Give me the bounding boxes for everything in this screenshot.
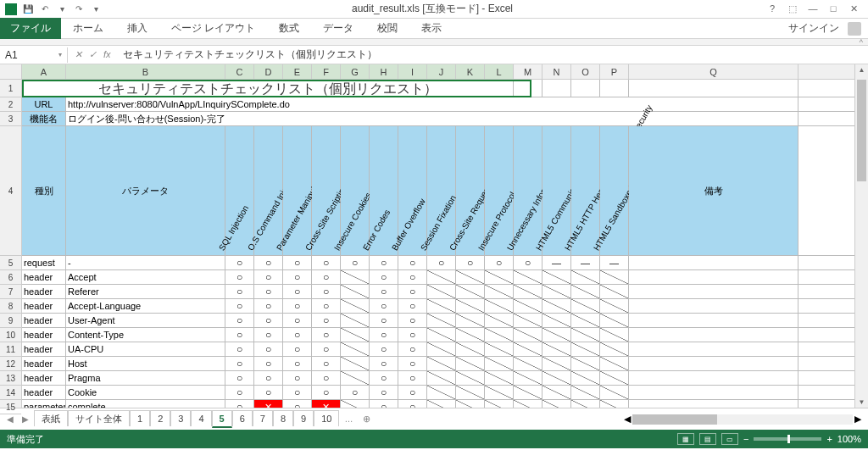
check-cell[interactable]: ○ <box>225 270 254 284</box>
check-cell[interactable]: ○ <box>312 371 341 385</box>
column-header[interactable]: L <box>485 64 514 79</box>
col-type[interactable]: 種別 <box>22 126 66 255</box>
sheet-tab[interactable]: 10 <box>314 410 339 426</box>
check-cell[interactable]: ○ <box>283 314 312 327</box>
param-cell[interactable]: complete <box>66 400 225 408</box>
check-cell[interactable] <box>514 285 542 298</box>
check-cell[interactable]: ○ <box>225 357 254 370</box>
type-cell[interactable]: header <box>22 314 66 327</box>
check-cell[interactable]: ○ <box>398 400 427 408</box>
type-cell[interactable]: header <box>22 328 66 342</box>
row-header[interactable]: 15 <box>0 400 21 414</box>
row-header[interactable]: 7 <box>0 285 21 299</box>
remark-cell[interactable] <box>629 285 798 298</box>
check-cell[interactable]: ○ <box>283 270 312 284</box>
hscroll-right-icon[interactable]: ▶ <box>854 414 861 425</box>
sheet-nav-prev-icon[interactable]: ◀ <box>3 414 17 424</box>
check-cell[interactable] <box>427 285 456 298</box>
sheet-more-icon[interactable]: … <box>341 414 356 424</box>
check-cell[interactable]: ○ <box>312 256 341 269</box>
check-cell[interactable] <box>514 386 542 399</box>
collapse-ribbon-icon[interactable]: ^ <box>860 38 863 47</box>
check-cell[interactable] <box>456 371 485 385</box>
sheet-tab[interactable]: 4 <box>191 410 211 426</box>
name-box-dropdown-icon[interactable]: ▾ <box>58 51 62 58</box>
check-cell[interactable] <box>341 400 370 408</box>
zoom-percent[interactable]: 100% <box>837 434 861 444</box>
check-cell[interactable] <box>456 400 485 408</box>
check-cell[interactable] <box>600 400 629 408</box>
check-cell[interactable] <box>514 342 542 356</box>
check-cell[interactable] <box>341 314 370 327</box>
check-cell[interactable]: ○ <box>254 357 283 370</box>
normal-view-icon[interactable]: ▦ <box>677 433 694 445</box>
sheet-tab[interactable]: 7 <box>253 410 273 426</box>
check-cell[interactable]: ○ <box>283 400 312 408</box>
check-cell[interactable]: ○ <box>254 314 283 327</box>
remark-cell[interactable] <box>629 328 798 342</box>
check-cell[interactable] <box>571 357 600 370</box>
check-cell[interactable]: ○ <box>514 256 542 269</box>
sheet-tab[interactable]: 3 <box>170 410 191 426</box>
check-cell[interactable]: ○ <box>225 371 254 385</box>
check-cell[interactable]: ○ <box>398 357 427 370</box>
check-cell[interactable] <box>456 285 485 298</box>
row-header[interactable]: 5 <box>0 256 21 270</box>
page-break-view-icon[interactable]: ▭ <box>721 433 738 445</box>
check-cell[interactable]: ○ <box>283 285 312 298</box>
check-cell[interactable]: ○ <box>283 371 312 385</box>
check-cell[interactable]: ○ <box>370 386 398 399</box>
cell[interactable] <box>629 80 798 97</box>
name-box[interactable]: A1 ▾ <box>0 47 68 63</box>
check-cell[interactable]: ○ <box>485 256 514 269</box>
remark-cell[interactable] <box>629 299 798 313</box>
type-cell[interactable]: request <box>22 256 66 269</box>
remark-cell[interactable] <box>629 386 798 399</box>
sheet-tab[interactable]: 2 <box>150 410 170 426</box>
check-cell[interactable]: ○ <box>254 328 283 342</box>
check-cell[interactable] <box>456 328 485 342</box>
hscroll-thumb[interactable] <box>632 414 717 425</box>
check-cell[interactable]: ○ <box>341 256 370 269</box>
maximize-icon[interactable]: □ <box>827 3 839 14</box>
type-cell[interactable]: header <box>22 299 66 313</box>
type-cell[interactable]: header <box>22 342 66 356</box>
check-cell[interactable]: ○ <box>225 400 254 408</box>
row-header[interactable]: 9 <box>0 314 21 328</box>
remark-cell[interactable] <box>629 314 798 327</box>
scroll-down-icon[interactable]: ▼ <box>855 398 868 406</box>
zoom-out-icon[interactable]: − <box>743 434 748 444</box>
check-cell[interactable]: ○ <box>341 386 370 399</box>
check-cell[interactable] <box>427 371 456 385</box>
check-cell[interactable] <box>341 342 370 356</box>
check-cell[interactable]: — <box>571 256 600 269</box>
check-cell[interactable] <box>427 299 456 313</box>
hscroll-left-icon[interactable]: ◀ <box>624 414 631 425</box>
check-cell[interactable] <box>427 328 456 342</box>
vertical-scrollbar[interactable]: ▲ ▼ <box>854 64 868 408</box>
check-cell[interactable] <box>600 270 629 284</box>
column-header[interactable]: J <box>427 64 456 79</box>
qat-dropdown-icon[interactable]: ▾ <box>56 3 68 15</box>
column-header[interactable]: D <box>254 64 283 79</box>
check-cell[interactable] <box>485 299 514 313</box>
check-cell[interactable] <box>514 357 542 370</box>
check-cell[interactable]: ○ <box>225 386 254 399</box>
scroll-up-icon[interactable]: ▲ <box>855 66 868 74</box>
ribbon-tab[interactable]: ホーム <box>61 18 115 39</box>
check-cell[interactable]: ○ <box>370 299 398 313</box>
column-header[interactable]: E <box>283 64 312 79</box>
undo-icon[interactable]: ↶ <box>39 3 51 15</box>
check-cell[interactable] <box>571 386 600 399</box>
check-cell[interactable]: ○ <box>312 357 341 370</box>
sheet-nav-next-icon[interactable]: ▶ <box>19 414 32 424</box>
row-header[interactable]: 12 <box>0 357 21 371</box>
check-cell[interactable] <box>600 299 629 313</box>
check-cell[interactable] <box>571 299 600 313</box>
close-icon[interactable]: ✕ <box>848 3 860 14</box>
check-cell[interactable]: — <box>600 256 629 269</box>
column-header[interactable]: G <box>341 64 370 79</box>
check-cell[interactable]: ○ <box>427 256 456 269</box>
check-cell[interactable]: ○ <box>254 270 283 284</box>
funcname-label[interactable]: 機能名 <box>22 112 66 125</box>
